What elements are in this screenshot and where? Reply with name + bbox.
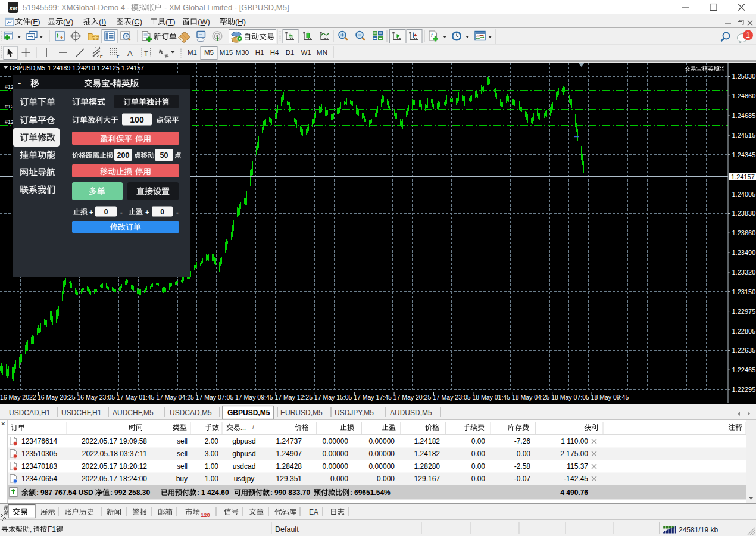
svg-text:Default: Default	[275, 525, 299, 534]
svg-text:(F): (F)	[30, 17, 40, 26]
svg-text:16 May 23:05: 16 May 23:05	[77, 394, 115, 401]
svg-text:51945599: XMGlobal-Demo 4 -: 51945599: XMGlobal-Demo 4 -	[23, 3, 130, 12]
svg-text:4 490.76: 4 490.76	[560, 488, 588, 497]
svg-text:2022.05.17 18:24:00: 2022.05.17 18:24:00	[82, 475, 147, 483]
svg-text:1.23660: 1.23660	[732, 229, 756, 236]
svg-text:1.28428: 1.28428	[276, 462, 302, 470]
svg-text:E: E	[100, 55, 103, 59]
svg-text:GBPUSD,M5: GBPUSD,M5	[10, 65, 45, 71]
svg-text:M30: M30	[236, 49, 249, 56]
svg-text:1.23150: 1.23150	[732, 288, 756, 295]
svg-text::: :	[197, 488, 199, 497]
svg-text:(V): (V)	[63, 17, 73, 26]
svg-text:×: ×	[1, 420, 5, 427]
svg-text:sell: sell	[177, 462, 188, 470]
svg-text:1.24182: 1.24182	[414, 437, 441, 445]
svg-text:1.24157: 1.24157	[731, 173, 755, 180]
svg-text::: :	[270, 488, 273, 497]
svg-text:(H): (H)	[235, 17, 246, 26]
svg-text:0.00000: 0.00000	[369, 462, 395, 470]
svg-text:MN: MN	[317, 49, 327, 56]
svg-text:-142.45: -142.45	[564, 475, 588, 483]
svg-text:(W): (W)	[198, 17, 210, 26]
svg-text:123510305: 123510305	[21, 450, 57, 458]
svg-text:0: 0	[160, 208, 164, 216]
svg-text::: :	[36, 488, 39, 497]
svg-text:F: F	[117, 55, 120, 59]
svg-text:1.24860: 1.24860	[732, 92, 756, 99]
svg-text:- XM Global Limited - [GBPUSD,: - XM Global Limited - [GBPUSD,M5]	[164, 3, 289, 12]
svg-text:USDCAD,H1: USDCAD,H1	[9, 409, 51, 417]
svg-text:1.22805: 1.22805	[732, 328, 756, 335]
svg-text:gbpusd: gbpusd	[232, 450, 255, 458]
svg-text:17 May 09:45: 17 May 09:45	[235, 394, 273, 401]
svg-text:0.00: 0.00	[471, 462, 486, 470]
svg-text:F1: F1	[48, 525, 56, 534]
svg-text:18 May 01:45: 18 May 01:45	[472, 394, 510, 401]
svg-text::: :	[350, 488, 352, 497]
svg-text:3.00: 3.00	[205, 450, 219, 458]
svg-text:EURUSD,M5: EURUSD,M5	[280, 409, 323, 417]
svg-text:0.00000: 0.00000	[369, 437, 395, 445]
svg-text:-0.07: -0.07	[514, 475, 531, 483]
svg-text:17 May 01:45: 17 May 01:45	[117, 394, 155, 401]
svg-text:16 May 2022: 16 May 2022	[0, 394, 36, 401]
svg-text:1.00: 1.00	[205, 475, 219, 483]
svg-text:sell: sell	[177, 437, 188, 445]
svg-text:1.24345: 1.24345	[732, 151, 756, 158]
svg-text:M5: M5	[204, 49, 214, 56]
svg-text:0.00000: 0.00000	[323, 462, 349, 470]
svg-text:17 May 17:45: 17 May 17:45	[354, 394, 392, 401]
svg-text:1.25030: 1.25030	[732, 73, 756, 80]
svg-text:H4: H4	[270, 49, 279, 56]
svg-text:(I): (I)	[99, 17, 106, 26]
svg-text:1.00: 1.00	[205, 462, 219, 470]
svg-text:1.24685: 1.24685	[732, 112, 756, 119]
svg-text:1.24005: 1.24005	[732, 191, 756, 198]
svg-text:-2.58: -2.58	[514, 462, 531, 470]
svg-text:1.23320: 1.23320	[732, 269, 756, 276]
svg-text:W1: W1	[301, 49, 311, 56]
svg-text:17 May 12:25: 17 May 12:25	[274, 394, 313, 401]
svg-text:17 May 07:05: 17 May 07:05	[196, 394, 234, 401]
svg-text:A: A	[127, 49, 133, 58]
svg-text:2022.05.18 03:37:11: 2022.05.18 03:37:11	[82, 450, 148, 458]
svg-text:1.28280: 1.28280	[414, 462, 441, 470]
svg-text:1.24515: 1.24515	[732, 132, 756, 139]
svg-text:120: 120	[201, 512, 210, 518]
svg-text:50: 50	[160, 151, 168, 160]
svg-text:100: 100	[130, 115, 144, 124]
svg-text:1 424.60: 1 424.60	[201, 488, 229, 497]
svg-text:2022.05.17 19:09:58: 2022.05.17 19:09:58	[82, 437, 147, 445]
svg-text:H1: H1	[255, 49, 264, 56]
svg-text:0.00: 0.00	[471, 437, 486, 445]
svg-text:123476614: 123476614	[21, 437, 57, 445]
svg-text:1.22635: 1.22635	[732, 347, 756, 354]
svg-text:115.37: 115.37	[567, 462, 588, 470]
svg-text:USDCAD,M5: USDCAD,M5	[170, 409, 212, 417]
svg-text:16 May 20:25: 16 May 20:25	[38, 394, 76, 401]
svg-text:M1: M1	[188, 49, 197, 56]
svg-text:0.000: 0.000	[330, 475, 348, 483]
svg-text:1: 1	[746, 31, 750, 39]
svg-text:-: -	[176, 208, 179, 216]
svg-text:usdjpy: usdjpy	[234, 475, 255, 483]
svg-text:1.23490: 1.23490	[732, 249, 756, 256]
svg-text:USDJPY,M5: USDJPY,M5	[335, 409, 374, 417]
svg-text:200: 200	[117, 151, 130, 160]
svg-text:0.00: 0.00	[471, 475, 486, 483]
svg-text:18 May 04:25: 18 May 04:25	[512, 394, 550, 401]
svg-text:+: +	[145, 208, 149, 216]
svg-text:sell: sell	[177, 450, 188, 458]
svg-text:129.351: 129.351	[276, 475, 302, 483]
svg-text:1.24907: 1.24907	[276, 450, 302, 458]
svg-text:...: ...	[240, 424, 246, 431]
svg-text:2.00: 2.00	[205, 437, 219, 445]
svg-text:0.00000: 0.00000	[323, 437, 349, 445]
svg-text:18 May 09:45: 18 May 09:45	[591, 394, 629, 401]
svg-text:AUDCHF,M5: AUDCHF,M5	[113, 409, 154, 417]
svg-text:18 May 07:05: 18 May 07:05	[551, 394, 589, 401]
svg-text:XM: XM	[8, 5, 18, 11]
svg-text:/: /	[252, 424, 254, 431]
svg-text:990 833.70: 990 833.70	[274, 488, 310, 497]
